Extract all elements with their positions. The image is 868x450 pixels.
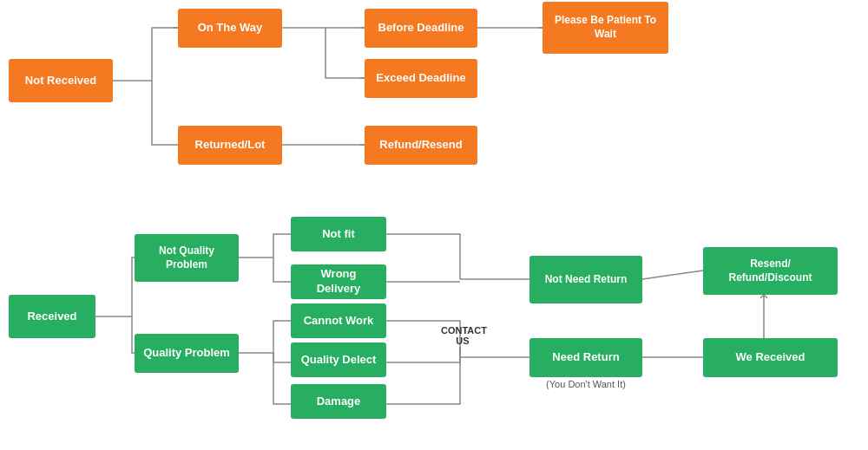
exceed-deadline-node: Exceed Deadline [365,59,477,98]
flowchart-diagram: Not Received On The Way Returned/Lot Bef… [0,0,868,450]
quality-defect-node: Quality Delect [291,342,386,377]
wrong-delivery-node: Wrong Delivery [291,264,386,299]
not-received-node: Not Received [9,59,113,102]
need-return-node: Need Return [529,338,642,377]
resend-refund-node: Resend/ Refund/Discount [703,247,838,295]
quality-problem-node: Quality Problem [135,334,239,373]
please-be-patient-node: Please Be Patient To Wait [542,2,668,54]
not-need-return-node: Not Need Return [529,256,642,303]
on-the-way-node: On The Way [178,9,282,48]
before-deadline-node: Before Deadline [365,9,477,48]
not-fit-node: Not fit [291,217,386,251]
cannot-work-node: Cannot Work [291,303,386,338]
refund-resend-node: Refund/Resend [365,126,477,165]
contact-us-label: CONTACT US [441,325,484,346]
you-dont-want-label: (You Don't Want It) [521,379,651,389]
svg-line-5 [642,271,703,279]
we-received-node: We Received [703,338,838,377]
not-quality-problem-node: Not Quality Problem [135,234,239,282]
received-node: Received [9,295,95,338]
damage-node: Damage [291,384,386,419]
returned-lot-node: Returned/Lot [178,126,282,165]
